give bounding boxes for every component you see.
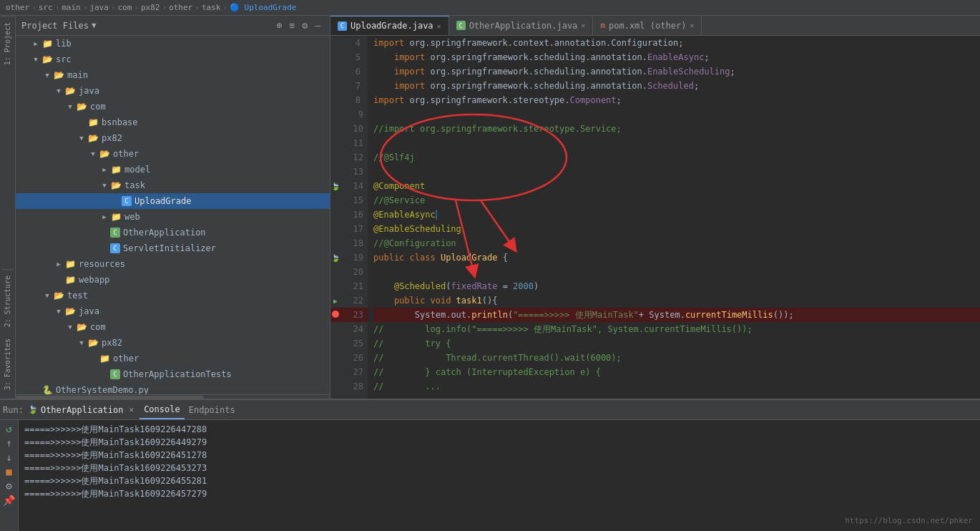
tree-item-com[interactable]: ▼ 📂 com — [16, 99, 330, 115]
tree-item-test[interactable]: ▼ 📂 test — [16, 288, 330, 303]
sidebar-action-collapse[interactable]: ≡ — [290, 20, 295, 31]
stop-button[interactable]: ■ — [6, 466, 11, 477]
tree-item-servletinitializer[interactable]: C ServletInitializer — [16, 240, 330, 256]
tree-item-othersystemdemo[interactable]: 🐍 OtherSystemDemo.py — [16, 382, 330, 394]
code-editor[interactable]: 4 5 6 7 — [330, 36, 980, 399]
code-line-15: //@Service — [373, 193, 980, 208]
code-line-23: System.out.println("=====>>>>> 使用MainTas… — [373, 308, 980, 322]
gutter-line: 24 — [330, 322, 368, 336]
sidebar-dropdown-icon[interactable]: ▼ — [92, 21, 97, 30]
tree-item-test-px82[interactable]: ▼ 📂 px82 — [16, 335, 330, 351]
tab-close-otherapplication[interactable]: ✕ — [581, 21, 585, 29]
line-number: 11 — [340, 138, 368, 148]
tree-item-uploadgrade[interactable]: C UploadGrade — [16, 193, 330, 209]
breadcrumb-item[interactable]: other — [169, 3, 192, 12]
scroll-down-button[interactable]: ↓ — [6, 452, 11, 463]
tree-item-webapp[interactable]: 📁 webapp — [16, 272, 330, 288]
code-line-9 — [373, 107, 980, 122]
line-number: 4 — [340, 38, 365, 48]
restart-button[interactable]: ↺ — [6, 423, 11, 434]
settings-button[interactable]: ⚙ — [6, 480, 11, 492]
console-output[interactable]: =====>>>>>>使用MainTask1609226447288 =====… — [19, 420, 980, 531]
folder-icon: 📂 — [76, 101, 87, 112]
tab-uploadgrade[interactable]: C UploadGrade.java ✕ — [330, 16, 449, 35]
run-app-icon: 🍃 — [28, 405, 38, 414]
pin-button[interactable]: 📌 — [3, 495, 15, 506]
breadcrumb-item[interactable]: src — [39, 3, 53, 12]
line-number: 17 — [340, 224, 368, 234]
tab-otherapplication[interactable]: C OtherApplication.java ✕ — [449, 16, 594, 35]
code-line-6: import org.springframework.scheduling.an… — [373, 64, 980, 79]
tree-item-otherapplicationtests[interactable]: C OtherApplicationTests — [16, 366, 330, 382]
breadcrumb-item[interactable]: task — [202, 3, 221, 12]
left-panel-tabs: 1: Project 2: Structure 3: Favorites — [0, 16, 16, 399]
scroll-up-button[interactable]: ↑ — [6, 437, 11, 449]
class-icon: C — [122, 196, 132, 206]
breadcrumb-item[interactable]: px82 — [141, 3, 160, 12]
tree-item-other-main[interactable]: ▼ 📂 other — [16, 146, 330, 162]
panel-tab-project[interactable]: 1: Project — [1, 16, 14, 71]
gutter-line: 17 — [330, 222, 368, 236]
code-line-19: public class UploadGrade { — [373, 250, 980, 265]
line-number: 24 — [340, 324, 368, 334]
tree-item-lib[interactable]: ▶ 📁 lib — [16, 36, 330, 52]
tab-close-uploadgrade[interactable]: ✕ — [437, 22, 441, 30]
folder-icon: 📂 — [53, 290, 64, 301]
tree-label: resources — [79, 259, 125, 269]
tree-item-task[interactable]: ▼ 📂 task — [16, 177, 330, 193]
code-line-13 — [373, 165, 980, 179]
tab-icon: C — [456, 21, 466, 30]
panel-tab-structure[interactable]: 2: Structure — [1, 269, 14, 333]
code-line-27: // } catch (InterruptedException e) { — [373, 365, 980, 379]
breadcrumb-item[interactable]: com — [118, 3, 132, 12]
tree-item-java[interactable]: ▼ 📂 java — [16, 83, 330, 99]
code-content[interactable]: import org.springframework.context.annot… — [368, 36, 980, 399]
folder-icon: 📂 — [64, 306, 76, 317]
tab-console[interactable]: Console — [139, 400, 185, 419]
project-tree: ▶ 📁 lib ▼ 📂 src ▼ 📂 main — [16, 36, 330, 394]
tree-label: px82 — [102, 133, 122, 143]
tab-icon: C — [338, 21, 347, 31]
run-close-icon[interactable]: ✕ — [129, 405, 134, 414]
tree-arrow: ▼ — [41, 290, 53, 301]
tree-arrow: ▼ — [64, 321, 76, 333]
gutter-line: 🍃 19 — [330, 250, 368, 265]
tree-item-web[interactable]: ▶ 📁 web — [16, 209, 330, 225]
gutter-line: 21 — [330, 279, 368, 293]
tree-arrow: ▼ — [64, 101, 76, 112]
code-area: 4 5 6 7 — [330, 36, 980, 399]
tab-endpoints[interactable]: Endpoints — [185, 400, 240, 419]
tree-label: java — [79, 86, 99, 96]
tree-arrow: ▶ — [99, 211, 110, 223]
breadcrumb-item[interactable]: other — [6, 3, 29, 12]
tree-item-model[interactable]: ▶ 📁 model — [16, 162, 330, 177]
tree-item-test-other[interactable]: 📁 other — [16, 351, 330, 366]
tree-item-otherapplication[interactable]: C OtherApplication — [16, 225, 330, 240]
gutter-line: 6 — [330, 64, 368, 79]
run-gutter-icon[interactable]: ▶ — [330, 297, 340, 305]
project-sidebar: Project Files ▼ ⊕ ≡ ⚙ — ▶ 📁 lib — [16, 16, 330, 399]
tab-close-pom[interactable]: ✕ — [690, 21, 694, 29]
tree-label: ServletInitializer — [123, 243, 216, 253]
tab-pom[interactable]: m pom.xml (other) ✕ — [593, 16, 702, 35]
breakpoint-icon[interactable] — [330, 310, 340, 320]
breadcrumb-item[interactable]: java — [89, 3, 109, 12]
console-line: =====>>>>>>使用MainTask1609226451278 — [24, 449, 974, 462]
sidebar-scrollbar[interactable] — [16, 394, 330, 399]
tree-arrow — [99, 369, 110, 380]
gutter-line: 16 — [330, 208, 368, 222]
sidebar-action-minimize[interactable]: — — [315, 20, 320, 31]
tree-item-test-java[interactable]: ▼ 📂 java — [16, 303, 330, 319]
tree-label: java — [79, 306, 99, 316]
breadcrumb-item[interactable]: main — [62, 3, 81, 12]
gutter-line: 8 — [330, 93, 368, 107]
sidebar-action-settings[interactable]: ⚙ — [302, 20, 308, 31]
tree-item-test-com[interactable]: ▼ 📂 com — [16, 319, 330, 335]
tree-item-px82[interactable]: ▼ 📂 px82 — [16, 130, 330, 146]
tree-item-resources[interactable]: ▶ 📁 resources — [16, 256, 330, 272]
panel-tab-favorites[interactable]: 3: Favorites — [1, 333, 14, 396]
tree-item-bsnbase[interactable]: 📁 bsnbase — [16, 115, 330, 130]
sidebar-action-add[interactable]: ⊕ — [277, 20, 283, 31]
tree-item-src[interactable]: ▼ 📂 src — [16, 52, 330, 67]
tree-item-main[interactable]: ▼ 📂 main — [16, 67, 330, 83]
